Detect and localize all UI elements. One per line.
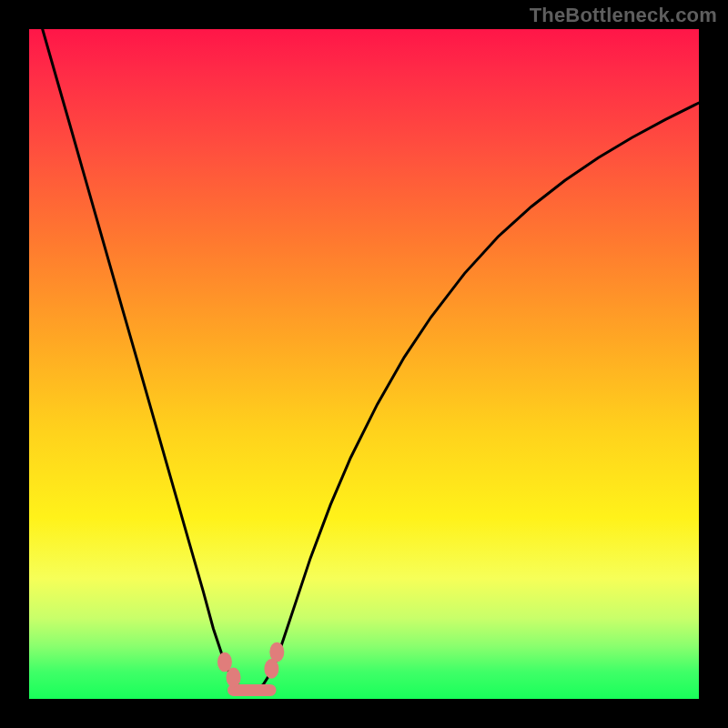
watermark-text: TheBottleneck.com (530, 4, 717, 27)
marker-m4 (269, 642, 284, 662)
marker-m3 (264, 659, 278, 679)
bottleneck-curve (43, 29, 699, 691)
marker-m2 (227, 668, 241, 688)
plot-area (29, 29, 699, 699)
markers-group (217, 642, 284, 688)
curve-svg (29, 29, 699, 699)
chart-frame: TheBottleneck.com (0, 0, 728, 728)
